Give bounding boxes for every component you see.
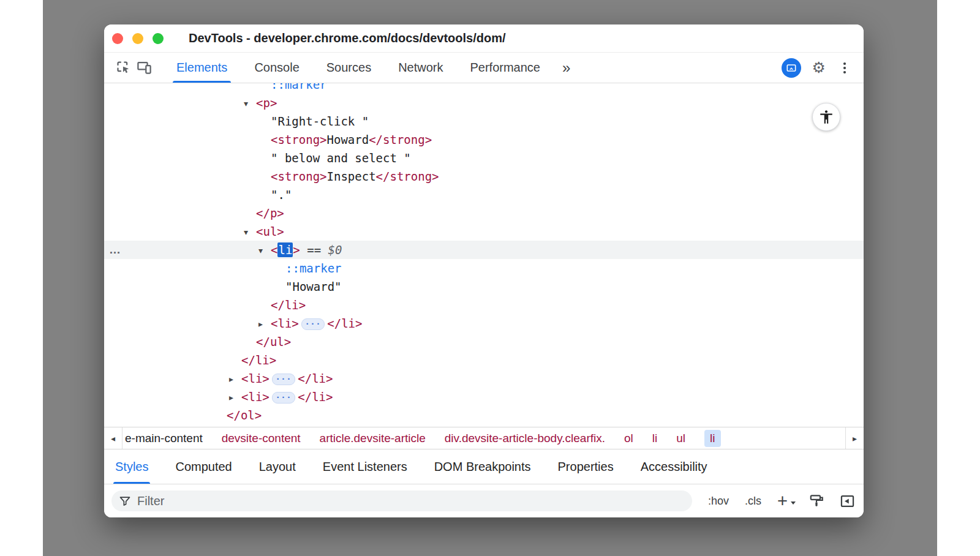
row-overflow-dots[interactable]: … — [109, 241, 121, 259]
token-tag: </li> — [298, 390, 333, 404]
sidebar-tab-layout[interactable]: Layout — [259, 449, 296, 484]
dom-tree-row[interactable]: ▾<p> — [104, 94, 864, 112]
chevron-right-icon[interactable]: ▸ — [229, 370, 241, 388]
sidebar-tab-computed[interactable]: Computed — [175, 449, 232, 484]
token-hl: li — [277, 242, 293, 257]
token-tag: </p> — [256, 206, 284, 220]
token-tag: <li> — [241, 390, 270, 404]
breadcrumb-item[interactable]: div.devsite-article-body.clearfix. — [445, 432, 605, 445]
chevron-down-icon[interactable]: ▾ — [258, 241, 271, 260]
breadcrumb-bar: ◂ e-main-contentdevsite-contentarticle.d… — [104, 427, 864, 449]
breadcrumb-item[interactable]: e-main-content — [125, 432, 203, 445]
sidebar-tab-event-listeners[interactable]: Event Listeners — [323, 449, 407, 484]
token-tag: < — [271, 243, 277, 257]
screencast-button[interactable] — [782, 58, 801, 78]
element-classes-button[interactable]: .cls — [745, 495, 761, 508]
token-tag: > — [293, 243, 300, 257]
styles-filter-field[interactable] — [111, 490, 692, 511]
breadcrumb-item[interactable]: devsite-content — [222, 432, 301, 445]
chevron-down-icon[interactable]: ▾ — [244, 94, 256, 113]
dom-tree: ::marker▾<p>"Right-click "<strong>Howard… — [104, 83, 864, 427]
toggle-element-state-button[interactable]: :hov — [708, 495, 729, 508]
inspect-element-button[interactable] — [113, 58, 134, 78]
dom-tree-row[interactable]: "Right-click " — [104, 112, 864, 130]
dom-tree-row[interactable]: ▸<li>···</li> — [104, 314, 864, 332]
sidebar-tab-accessibility[interactable]: Accessibility — [641, 449, 707, 484]
breadcrumb-scroll-left-button[interactable]: ◂ — [104, 427, 123, 449]
new-style-rule-button[interactable]: + — [777, 492, 788, 510]
token-tag: </li> — [298, 372, 333, 385]
dom-tree-row[interactable]: ::marker — [104, 83, 864, 94]
dom-tree-row[interactable]: "Howard" — [104, 277, 864, 296]
dom-tree-row[interactable]: </li> — [104, 296, 864, 314]
token-tag: </li> — [271, 298, 306, 312]
dom-tree-row[interactable]: <strong>Howard</strong> — [104, 130, 864, 149]
sidebar-tab-properties[interactable]: Properties — [558, 449, 614, 484]
token-tag: <strong> — [271, 170, 327, 183]
token-text: "Right-click " — [271, 115, 369, 128]
chevron-right-icon[interactable]: ▸ — [258, 315, 271, 333]
toggle-sidebar-button[interactable] — [839, 493, 856, 509]
breadcrumb-item[interactable]: article.devsite-article — [320, 432, 426, 445]
sidebar-toggle-icon — [839, 493, 856, 509]
dom-tree-row[interactable]: <strong>Inspect</strong> — [104, 167, 864, 186]
dom-tree-row[interactable]: …▾<li> == $0 — [104, 241, 864, 259]
dom-tree-row[interactable]: ::marker — [104, 259, 864, 277]
chevron-left-icon: ◂ — [111, 434, 115, 443]
sidebar-tabs: StylesComputedLayoutEvent ListenersDOM B… — [104, 449, 864, 484]
dom-tree-row[interactable]: </p> — [104, 204, 864, 222]
token-text: Inspect — [327, 170, 376, 183]
token-marker: ::marker — [285, 261, 342, 275]
maximize-window-button[interactable] — [153, 33, 164, 44]
breadcrumb-item[interactable]: li — [704, 430, 720, 447]
settings-button[interactable]: ⚙ — [812, 59, 826, 77]
breadcrumb-item[interactable]: li — [652, 432, 657, 445]
dom-tree-row[interactable]: ▾<ul> — [104, 222, 864, 241]
paint-roller-icon — [809, 493, 824, 509]
dom-tree-row[interactable]: </ol> — [104, 406, 864, 424]
token-tag: </strong> — [376, 170, 439, 183]
dom-tree-row[interactable]: ▸<li>···</li> — [104, 369, 864, 388]
main-tabs: ElementsConsoleSourcesNetworkPerformance — [163, 53, 554, 83]
styles-filter-input[interactable] — [137, 494, 685, 508]
dom-tree-row[interactable]: "." — [104, 186, 864, 204]
token-tag: </li> — [241, 353, 276, 367]
breadcrumb-item[interactable]: ol — [624, 432, 633, 445]
token-text: Howard — [327, 133, 369, 146]
token-tag: <p> — [256, 96, 277, 110]
customize-devtools-button[interactable] — [834, 58, 855, 78]
chevron-right-icon[interactable]: ▸ — [229, 388, 241, 407]
token-pill: ··· — [272, 374, 295, 385]
tab-elements[interactable]: Elements — [175, 53, 228, 83]
token-tag: </strong> — [369, 133, 432, 146]
dom-tree-row[interactable]: ▸<li>···</li> — [104, 388, 864, 406]
tab-performance[interactable]: Performance — [469, 53, 542, 83]
chevron-down-icon[interactable]: ▾ — [244, 223, 256, 241]
token-eq: == — [300, 243, 328, 257]
rendering-emulations-button[interactable] — [809, 493, 824, 509]
device-toolbar-icon — [136, 59, 153, 76]
sidebar-tab-dom-breakpoints[interactable]: DOM Breakpoints — [434, 449, 531, 484]
minimize-window-button[interactable] — [132, 33, 143, 44]
token-marker: ::marker — [271, 83, 327, 91]
toggle-device-toolbar-button[interactable] — [134, 58, 154, 78]
breadcrumb-item[interactable]: ul — [676, 432, 685, 445]
gear-icon: ⚙ — [812, 59, 826, 77]
dom-tree-row[interactable]: " below and select " — [104, 149, 864, 167]
token-pill: ··· — [272, 392, 295, 404]
dom-tree-row[interactable]: </ul> — [104, 332, 864, 351]
dom-tree-row[interactable]: </li> — [104, 351, 864, 369]
more-tabs-button[interactable]: » — [562, 59, 570, 77]
token-tag: </li> — [327, 317, 362, 330]
tab-network[interactable]: Network — [397, 53, 444, 83]
close-window-button[interactable] — [112, 33, 123, 44]
tab-sources[interactable]: Sources — [325, 53, 372, 83]
filter-funnel-icon — [119, 495, 131, 507]
breadcrumb-scroll-right-button[interactable]: ▸ — [845, 427, 864, 449]
screencast-icon — [785, 62, 797, 74]
devtools-window: DevTools - developer.chrome.com/docs/dev… — [104, 24, 864, 517]
token-text: "." — [271, 188, 292, 201]
sidebar-tab-styles[interactable]: Styles — [115, 449, 148, 484]
window-title: DevTools - developer.chrome.com/docs/dev… — [189, 31, 506, 45]
tab-console[interactable]: Console — [253, 53, 300, 83]
